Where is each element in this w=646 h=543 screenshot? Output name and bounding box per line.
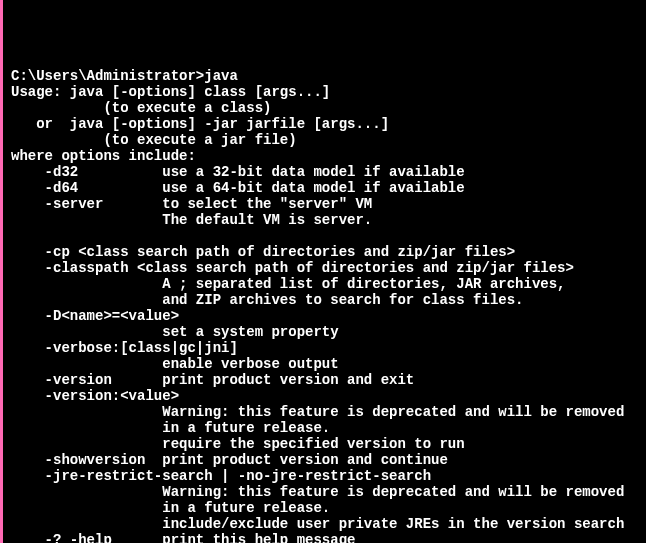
output-line: in a future release.	[11, 500, 330, 516]
output-line: Usage: java [-options] class [args...]	[11, 84, 330, 100]
command-input: java	[204, 68, 238, 84]
output-line: -D<name>=<value>	[11, 308, 179, 324]
output-line: in a future release.	[11, 420, 330, 436]
output-line: set a system property	[11, 324, 339, 340]
output-line: Warning: this feature is deprecated and …	[11, 404, 624, 420]
output-line: (to execute a jar file)	[11, 132, 297, 148]
output-line: (to execute a class)	[11, 100, 271, 116]
output-line: -? -help print this help message	[11, 532, 355, 543]
output-line: -server to select the "server" VM	[11, 196, 372, 212]
output-line: where options include:	[11, 148, 196, 164]
command-prompt: C:\Users\Administrator>	[11, 68, 204, 84]
terminal-window[interactable]: C:\Users\Administrator>java Usage: java …	[11, 68, 638, 543]
output-line: -classpath <class search path of directo…	[11, 260, 574, 276]
output-line: require the specified version to run	[11, 436, 465, 452]
output-line: A ; separated list of directories, JAR a…	[11, 276, 566, 292]
output-line: and ZIP archives to search for class fil…	[11, 292, 523, 308]
output-line: -cp <class search path of directories an…	[11, 244, 515, 260]
output-line: -showversion print product version and c…	[11, 452, 448, 468]
output-line: -d32 use a 32-bit data model if availabl…	[11, 164, 465, 180]
output-line: or java [-options] -jar jarfile [args...…	[11, 116, 389, 132]
output-line: -verbose:[class|gc|jni]	[11, 340, 238, 356]
output-line: -d64 use a 64-bit data model if availabl…	[11, 180, 465, 196]
output-line: include/exclude user private JREs in the…	[11, 516, 624, 532]
output-line: -jre-restrict-search | -no-jre-restrict-…	[11, 468, 431, 484]
output-line: enable verbose output	[11, 356, 339, 372]
output-line: The default VM is server.	[11, 212, 372, 228]
output-line: -version:<value>	[11, 388, 179, 404]
output-line: Warning: this feature is deprecated and …	[11, 484, 624, 500]
output-line: -version print product version and exit	[11, 372, 414, 388]
